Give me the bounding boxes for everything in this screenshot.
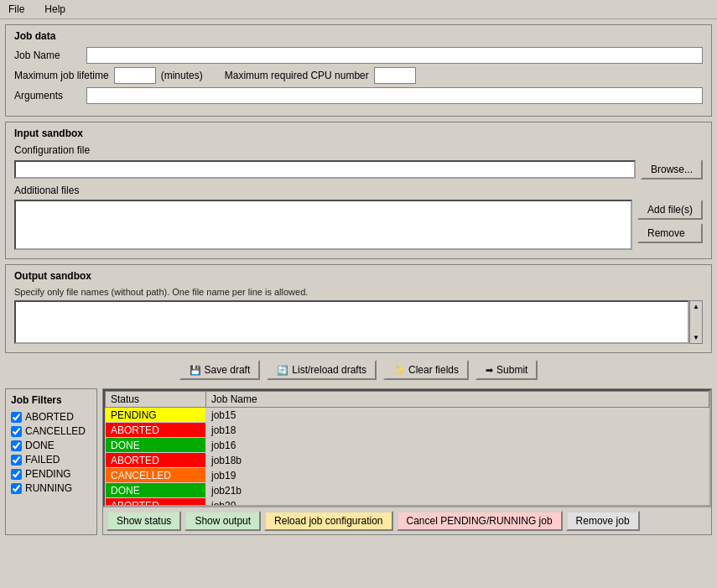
job-name-cell: job18: [206, 423, 709, 438]
config-file-input[interactable]: [14, 160, 636, 179]
reload-icon: [277, 364, 288, 376]
filter-checkbox-pending[interactable]: [11, 469, 22, 480]
output-description: Specify only file names (without path). …: [14, 287, 703, 297]
clear-fields-button[interactable]: Clear fields: [383, 360, 469, 380]
job-status-cell: ABORTED: [106, 423, 206, 438]
filter-item-done: DONE: [11, 440, 91, 451]
job-table-scroll[interactable]: Status Job Name PENDINGjob15ABORTEDjob18…: [103, 389, 711, 507]
menu-help[interactable]: Help: [41, 2, 69, 17]
additional-files-textarea[interactable]: [14, 200, 632, 250]
job-name-cell: job21b: [206, 483, 709, 498]
filter-label-running: RUNNING: [25, 482, 72, 494]
filter-checkbox-running[interactable]: [11, 483, 22, 494]
arguments-input[interactable]: [86, 87, 703, 104]
filters-container: ABORTEDCANCELLEDDONEFAILEDPENDINGRUNNING: [11, 411, 91, 494]
clear-fields-label: Clear fields: [408, 364, 459, 376]
disk-icon: [190, 364, 201, 376]
filter-checkbox-cancelled[interactable]: [11, 426, 22, 437]
arguments-row: Arguments: [14, 87, 703, 104]
job-table: Status Job Name PENDINGjob15ABORTEDjob18…: [105, 391, 709, 507]
arguments-label: Arguments: [14, 90, 81, 101]
menubar: File Help: [0, 0, 717, 19]
max-cpu-input[interactable]: [374, 67, 416, 84]
list-reload-button[interactable]: List/reload drafts: [267, 360, 377, 380]
show-status-button[interactable]: Show status: [107, 511, 181, 531]
filter-item-aborted: ABORTED: [11, 411, 91, 423]
action-buttons: Save draft List/reload drafts Clear fiel…: [5, 360, 712, 380]
minutes-unit: (minutes): [161, 70, 203, 81]
job-filters: Job Filters ABORTEDCANCELLEDDONEFAILEDPE…: [5, 388, 97, 535]
table-row[interactable]: DONEjob16: [106, 438, 709, 453]
max-lifetime-label: Maximum job lifetime: [14, 70, 109, 81]
remove-button[interactable]: Remove: [637, 223, 703, 243]
max-lifetime-input[interactable]: [114, 67, 156, 84]
browse-row: Browse...: [14, 159, 703, 180]
cancel-job-button[interactable]: Cancel PENDING/RUNNING job: [397, 511, 563, 531]
job-status-cell: CANCELLED: [106, 468, 206, 483]
add-file-button[interactable]: Add file(s): [637, 200, 703, 220]
filter-label-done: DONE: [25, 440, 55, 451]
main-area: Job data Job Name Maximum job lifetime (…: [0, 19, 717, 388]
remove-job-button[interactable]: Remove job: [566, 511, 640, 531]
table-row[interactable]: ABORTEDjob20: [106, 498, 709, 507]
filter-label-cancelled: CANCELLED: [25, 425, 86, 437]
table-row[interactable]: ABORTEDjob18b: [106, 453, 709, 468]
filter-label-pending: PENDING: [25, 468, 71, 480]
bottom-panel: Job Filters ABORTEDCANCELLEDDONEFAILEDPE…: [0, 388, 717, 540]
job-name-input[interactable]: [86, 47, 703, 64]
job-name-cell: job20: [206, 498, 709, 507]
additional-files-area: Add file(s) Remove: [14, 200, 703, 250]
submit-label: Submit: [496, 364, 527, 376]
job-name-row: Job Name: [14, 47, 703, 64]
filter-item-failed: FAILED: [11, 454, 91, 466]
clear-icon: [393, 364, 405, 376]
job-status-cell: DONE: [106, 438, 206, 453]
config-file-label: Configuration file: [14, 144, 703, 156]
scrollbar[interactable]: ▲ ▼: [689, 300, 703, 344]
table-row[interactable]: DONEjob21b: [106, 483, 709, 498]
filter-checkbox-done[interactable]: [11, 440, 22, 451]
job-status-cell: PENDING: [106, 408, 206, 423]
additional-files-label: Additional files: [14, 185, 703, 196]
submit-icon: [486, 364, 493, 376]
job-name-cell: job15: [206, 408, 709, 423]
table-row[interactable]: PENDINGjob15: [106, 408, 709, 423]
job-data-title: Job data: [14, 30, 703, 42]
col-name: Job Name: [206, 392, 709, 408]
filter-item-cancelled: CANCELLED: [11, 425, 91, 437]
filter-item-running: RUNNING: [11, 482, 91, 494]
menu-file[interactable]: File: [5, 2, 28, 17]
filter-checkbox-aborted[interactable]: [11, 412, 22, 423]
table-row[interactable]: ABORTEDjob18: [106, 423, 709, 438]
max-lifetime-row: Maximum job lifetime (minutes) Maximum r…: [14, 67, 703, 84]
save-draft-label: Save draft: [205, 364, 251, 376]
reload-job-button[interactable]: Reload job configuration: [264, 511, 392, 531]
job-buttons: Show status Show output Reload job confi…: [103, 507, 711, 534]
max-cpu-label: Maximum required CPU number: [225, 70, 369, 81]
filter-label-failed: FAILED: [25, 454, 60, 466]
show-output-button[interactable]: Show output: [184, 511, 261, 531]
job-list-panel: Status Job Name PENDINGjob15ABORTEDjob18…: [102, 388, 712, 535]
list-reload-label: List/reload drafts: [292, 364, 366, 376]
output-sandbox-title: Output sandbox: [14, 270, 703, 282]
job-status-cell: ABORTED: [106, 453, 206, 468]
job-status-cell: ABORTED: [106, 498, 206, 507]
output-sandbox-section: Output sandbox Specify only file names (…: [5, 264, 712, 353]
job-status-cell: DONE: [106, 483, 206, 498]
job-name-label: Job Name: [14, 49, 81, 61]
submit-button[interactable]: Submit: [475, 360, 538, 380]
output-textarea-wrap: ▲ ▼: [14, 300, 703, 344]
job-tbody: PENDINGjob15ABORTEDjob18DONEjob16ABORTED…: [106, 408, 709, 507]
output-sandbox-textarea[interactable]: [14, 300, 689, 344]
job-data-section: Job data Job Name Maximum job lifetime (…: [5, 24, 712, 117]
browse-button[interactable]: Browse...: [641, 159, 703, 180]
table-row[interactable]: CANCELLEDjob19: [106, 468, 709, 483]
job-name-cell: job18b: [206, 453, 709, 468]
filter-label-aborted: ABORTED: [25, 411, 74, 423]
filter-checkbox-failed[interactable]: [11, 455, 22, 466]
save-draft-button[interactable]: Save draft: [179, 360, 261, 380]
job-name-cell: job19: [206, 468, 709, 483]
job-filters-title: Job Filters: [11, 394, 91, 406]
file-buttons: Add file(s) Remove: [637, 200, 703, 250]
col-status: Status: [106, 392, 206, 408]
